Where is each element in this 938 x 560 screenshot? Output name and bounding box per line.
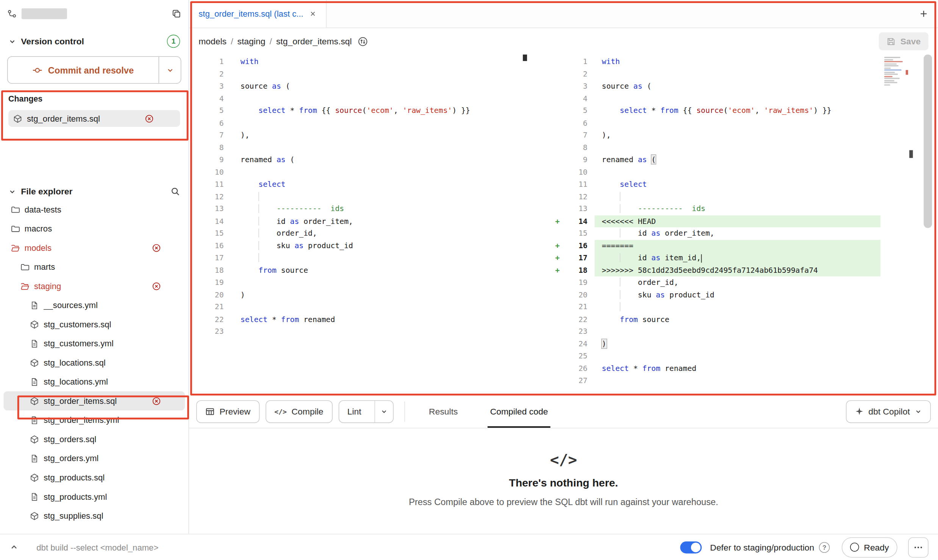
editor-scrollbar[interactable] [924, 55, 932, 395]
code-text [595, 141, 881, 153]
tree-item-stg_orders.sql[interactable]: stg_orders.sql [3, 430, 184, 449]
tree-item-stg_customers.yml[interactable]: stg_customers.yml [3, 334, 184, 353]
copy-icon[interactable] [172, 9, 181, 19]
line-number: 19 [189, 277, 232, 289]
code-text: order_id, [232, 227, 528, 239]
lint-options-caret[interactable] [374, 400, 393, 422]
file-explorer-header[interactable]: File explorer [0, 180, 188, 196]
tab-bar: stg_order_items.sql (last c... [189, 0, 938, 28]
line-number: 6 [189, 117, 232, 129]
tree-item-stg_locations.sql[interactable]: stg_locations.sql [3, 353, 184, 372]
file-explorer-title: File explorer [21, 187, 166, 196]
file-icon [30, 377, 39, 386]
model-icon [13, 114, 22, 123]
line-number: 26 [565, 362, 595, 374]
line-number: 2 [189, 68, 232, 80]
tree-item-staging[interactable]: staging [3, 277, 184, 296]
code-line: 22 from source [552, 313, 881, 325]
tab-stg-order-items[interactable]: stg_order_items.sql (last c... [189, 0, 327, 28]
compile-button[interactable]: </> Compile [265, 400, 332, 423]
conflict-icon[interactable] [152, 282, 161, 291]
minimap[interactable] [884, 56, 907, 85]
tree-item-stg_supplies.sql[interactable]: stg_supplies.sql [3, 506, 184, 526]
diff-added-marker [552, 191, 565, 203]
line-number: 21 [189, 301, 232, 313]
lint-button[interactable]: Lint [339, 400, 370, 422]
scroll-thumb-left-pane[interactable] [523, 55, 527, 61]
tree-item-stg_order_items.yml[interactable]: stg_order_items.yml [3, 410, 184, 430]
line-number: 11 [565, 178, 595, 191]
tree-item-stg_order_items.sql[interactable]: stg_order_items.sql [3, 391, 184, 411]
breadcrumb-file[interactable]: stg_order_items.sql [276, 36, 352, 46]
commit-options-caret[interactable] [158, 57, 180, 83]
code-text: with [232, 56, 528, 68]
defer-toggle[interactable] [680, 541, 702, 553]
diff-added-marker [552, 105, 565, 117]
save-button[interactable]: Save [879, 32, 929, 50]
tree-item-stg_products.sql[interactable]: stg_products.sql [3, 468, 184, 487]
help-icon[interactable]: ? [819, 542, 830, 552]
cli-command-text[interactable]: dbt build --select <model_name> [36, 542, 158, 552]
file-icon [30, 416, 39, 425]
code-line: 18 from source [189, 264, 528, 276]
editor-pane-current[interactable]: 1with23source as (45 select * from {{ so… [189, 55, 528, 395]
version-control-title: Version control [21, 36, 162, 46]
code-text [232, 92, 528, 105]
close-icon[interactable] [309, 10, 316, 17]
code-line: 5 select * from {{ source('ecom', 'raw_i… [189, 105, 528, 117]
file-diff-state-icon[interactable] [358, 36, 368, 47]
code-text: ), [232, 129, 528, 141]
tab-compiled-code[interactable]: Compiled code [488, 395, 550, 428]
folder-icon [20, 262, 30, 271]
line-number: 15 [565, 227, 595, 239]
breadcrumb-staging[interactable]: staging [238, 36, 266, 46]
commit-split-button: Commit and resolve [7, 56, 181, 84]
changed-file-item[interactable]: stg_order_items.sql [8, 110, 180, 127]
ready-status-button[interactable]: Ready [842, 537, 897, 557]
tree-item-models[interactable]: models [3, 238, 184, 257]
preview-button[interactable]: Preview [196, 400, 260, 423]
tree-item-macros[interactable]: macros [3, 219, 184, 238]
tab-results[interactable]: Results [427, 395, 460, 428]
file-label: marts [34, 262, 55, 272]
chevron-up-icon[interactable] [9, 543, 19, 552]
commit-button-label: Commit and resolve [48, 65, 134, 75]
search-icon[interactable] [170, 187, 180, 196]
model-icon [30, 320, 39, 329]
code-line: 16 sku as product_id [189, 239, 528, 252]
tree-item-stg_products.yml[interactable]: stg_products.yml [3, 487, 184, 506]
diff-editor[interactable]: 1with23source as (45 select * from {{ so… [189, 55, 938, 395]
line-number: 14 [189, 215, 232, 227]
more-options-button[interactable] [908, 537, 929, 557]
code-text: from source [232, 264, 528, 276]
scrollbar-thumb[interactable] [924, 55, 932, 228]
tree-item-__sources.yml[interactable]: __sources.yml [3, 296, 184, 315]
tree-item-stg_locations.yml[interactable]: stg_locations.yml [3, 372, 184, 391]
code-line: 1with [552, 56, 881, 68]
diff-added-marker [552, 178, 565, 191]
tree-item-stg_customers.sql[interactable]: stg_customers.sql [3, 315, 184, 334]
commit-and-resolve-button[interactable]: Commit and resolve [8, 57, 159, 83]
line-number: 7 [565, 129, 595, 141]
code-text [595, 117, 881, 129]
line-number: 22 [565, 313, 595, 325]
code-text [595, 375, 881, 387]
tree-item-data-tests[interactable]: data-tests [3, 200, 184, 219]
conflict-icon[interactable] [152, 396, 161, 405]
tree-item-stg_orders.yml[interactable]: stg_orders.yml [3, 449, 184, 468]
conflict-icon[interactable] [145, 114, 154, 123]
line-number: 17 [565, 252, 595, 264]
conflict-icon[interactable] [152, 243, 161, 252]
breadcrumb-row: models / staging / stg_order_items.sql S… [189, 28, 938, 54]
line-number: 16 [565, 239, 595, 252]
file-tree: data-testsmacrosmodelsmartsstaging__sour… [0, 200, 188, 525]
changes-count-badge: 1 [167, 35, 180, 48]
dbt-copilot-button[interactable]: dbt Copilot [846, 400, 931, 423]
diff-added-marker [552, 350, 565, 362]
tree-item-marts[interactable]: marts [3, 257, 184, 277]
version-control-header[interactable]: Version control 1 [0, 28, 188, 48]
line-number: 22 [189, 313, 232, 325]
breadcrumb-models[interactable]: models [199, 36, 227, 46]
editor-pane-incoming[interactable]: 1with23source as (45 select * from {{ so… [552, 55, 881, 395]
new-tab-button[interactable] [909, 0, 938, 28]
